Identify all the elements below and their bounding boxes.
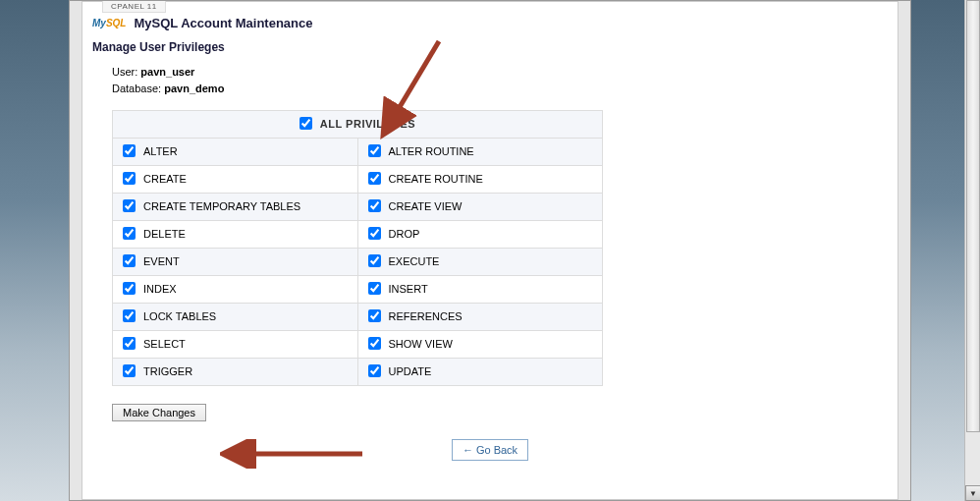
table-row: SELECTSHOW VIEW	[113, 331, 603, 359]
privilege-label[interactable]: EVENT	[123, 254, 180, 267]
privilege-label[interactable]: LOCK TABLES	[123, 309, 216, 322]
privilege-text: CREATE ROUTINE	[389, 173, 483, 185]
privilege-checkbox[interactable]	[123, 144, 136, 157]
privilege-text: DROP	[389, 228, 420, 240]
privilege-text: SHOW VIEW	[389, 338, 453, 350]
privilege-text: ALTER	[143, 145, 178, 157]
privilege-checkbox[interactable]	[123, 227, 136, 240]
database-value: pavn_demo	[164, 83, 224, 94]
privilege-label[interactable]: SELECT	[123, 337, 186, 350]
privilege-label[interactable]: CREATE TEMPORARY TABLES	[123, 199, 300, 212]
privilege-checkbox[interactable]	[368, 199, 381, 212]
mysql-logo-icon: MySQL	[92, 18, 126, 28]
privilege-cell: CREATE VIEW	[357, 194, 603, 221]
privilege-text: INSERT	[389, 283, 428, 295]
privilege-checkbox[interactable]	[123, 364, 136, 377]
privilege-checkbox[interactable]	[123, 172, 136, 185]
vertical-scrollbar[interactable]: ▼	[964, 0, 980, 501]
privilege-checkbox[interactable]	[368, 337, 381, 350]
privilege-checkbox[interactable]	[123, 282, 136, 295]
privilege-cell: UPDATE	[357, 359, 603, 386]
privileges-table: ALL PRIVILEGES ALTERALTER ROUTINECREATEC…	[112, 110, 603, 386]
privilege-label[interactable]: UPDATE	[368, 364, 432, 377]
privilege-text: DELETE	[143, 228, 186, 240]
privilege-checkbox[interactable]	[368, 227, 381, 240]
privilege-cell: EXECUTE	[357, 249, 603, 276]
privilege-checkbox[interactable]	[123, 337, 136, 350]
go-back-container: ← Go Back	[82, 439, 898, 461]
user-label: User:	[112, 66, 137, 78]
privilege-text: UPDATE	[389, 365, 432, 377]
all-privileges-header: ALL PRIVILEGES	[113, 111, 603, 139]
privilege-text: TRIGGER	[143, 365, 192, 377]
privilege-cell: CREATE TEMPORARY TABLES	[113, 194, 358, 221]
table-row: DELETEDROP	[113, 221, 603, 249]
privilege-label[interactable]: CREATE ROUTINE	[368, 172, 483, 185]
privilege-checkbox[interactable]	[368, 144, 381, 157]
privilege-cell: INDEX	[113, 276, 358, 304]
all-privileges-checkbox[interactable]	[299, 117, 312, 130]
privilege-text: CREATE VIEW	[389, 200, 463, 212]
privilege-checkbox[interactable]	[368, 254, 381, 267]
privilege-cell: INSERT	[357, 276, 603, 304]
privilege-label[interactable]: ALTER	[123, 144, 178, 157]
header: MySQL MySQL Account Maintenance	[82, 2, 898, 36]
table-row: ALTERALTER ROUTINE	[113, 139, 603, 166]
scrollbar-thumb[interactable]	[966, 0, 980, 432]
table-row: LOCK TABLESREFERENCES	[113, 304, 603, 331]
privilege-checkbox[interactable]	[123, 199, 136, 212]
privilege-text: LOCK TABLES	[143, 310, 216, 322]
privilege-checkbox[interactable]	[368, 309, 381, 322]
privilege-text: EXECUTE	[389, 255, 440, 267]
privilege-label[interactable]: EXECUTE	[368, 254, 440, 267]
privilege-cell: REFERENCES	[357, 304, 603, 331]
page-title: MySQL Account Maintenance	[134, 16, 312, 30]
privilege-text: CREATE	[143, 173, 187, 185]
privilege-checkbox[interactable]	[123, 309, 136, 322]
privilege-label[interactable]: INDEX	[123, 282, 177, 295]
privilege-cell: ALTER	[113, 139, 358, 166]
user-info: User: pavn_user Database: pavn_demo	[82, 64, 898, 110]
privilege-label[interactable]: TRIGGER	[123, 364, 192, 377]
privilege-checkbox[interactable]	[123, 254, 136, 267]
go-back-link[interactable]: ← Go Back	[452, 439, 528, 461]
content-panel: CPANEL 11 MySQL MySQL Account Maintenanc…	[82, 1, 898, 500]
privilege-cell: CREATE ROUTINE	[357, 166, 603, 194]
privilege-cell: EVENT	[113, 249, 358, 276]
privilege-text: EVENT	[143, 255, 180, 267]
outer-frame: CPANEL 11 MySQL MySQL Account Maintenanc…	[69, 0, 911, 501]
privilege-checkbox[interactable]	[368, 282, 381, 295]
table-row: TRIGGERUPDATE	[113, 359, 603, 386]
make-changes-button[interactable]: Make Changes	[112, 404, 206, 421]
table-row: CREATE TEMPORARY TABLESCREATE VIEW	[113, 194, 603, 221]
privilege-label[interactable]: DROP	[368, 227, 420, 240]
database-label: Database:	[112, 83, 161, 94]
privilege-cell: DROP	[357, 221, 603, 249]
privilege-label[interactable]: DELETE	[123, 227, 186, 240]
user-value: pavn_user	[140, 66, 194, 78]
privilege-cell: SHOW VIEW	[357, 331, 603, 359]
privilege-cell: ALTER ROUTINE	[357, 139, 603, 166]
privilege-label[interactable]: INSERT	[368, 282, 428, 295]
privilege-label[interactable]: REFERENCES	[368, 309, 463, 322]
privilege-checkbox[interactable]	[368, 172, 381, 185]
privilege-cell: TRIGGER	[113, 359, 358, 386]
all-privileges-label[interactable]: ALL PRIVILEGES	[299, 117, 415, 130]
privilege-checkbox[interactable]	[368, 364, 381, 377]
privilege-text: REFERENCES	[389, 310, 463, 322]
privilege-label[interactable]: CREATE	[123, 172, 187, 185]
privilege-cell: LOCK TABLES	[113, 304, 358, 331]
privilege-label[interactable]: ALTER ROUTINE	[368, 144, 474, 157]
privilege-text: INDEX	[143, 283, 177, 295]
table-row: CREATECREATE ROUTINE	[113, 166, 603, 194]
table-row: EVENTEXECUTE	[113, 249, 603, 276]
scrollbar-down-button[interactable]: ▼	[965, 485, 980, 501]
privilege-text: CREATE TEMPORARY TABLES	[143, 200, 300, 212]
privilege-label[interactable]: SHOW VIEW	[368, 337, 453, 350]
section-title: Manage User Privileges	[82, 36, 898, 64]
privilege-cell: CREATE	[113, 166, 358, 194]
cpanel-tag: CPANEL 11	[102, 1, 166, 13]
privilege-label[interactable]: CREATE VIEW	[368, 199, 463, 212]
privilege-text: SELECT	[143, 338, 186, 350]
table-row: INDEXINSERT	[113, 276, 603, 304]
